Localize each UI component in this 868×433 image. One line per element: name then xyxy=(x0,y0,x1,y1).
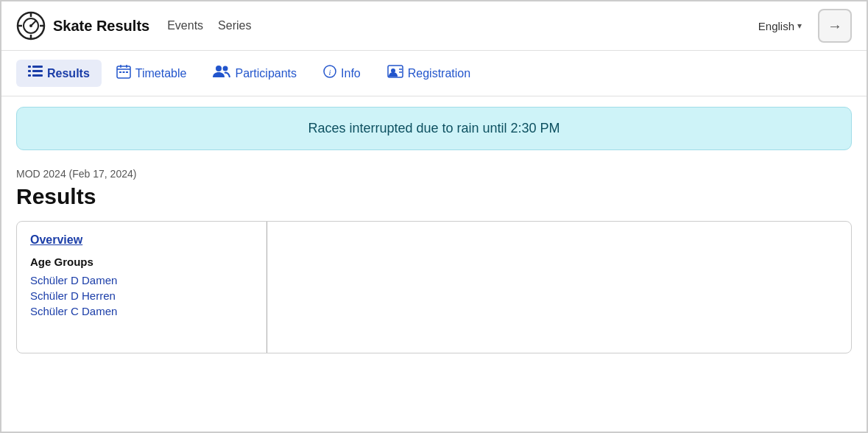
timetable-tab-icon xyxy=(116,64,131,82)
nav-series[interactable]: Series xyxy=(218,19,251,32)
tab-results[interactable]: Results xyxy=(16,60,102,87)
svg-rect-13 xyxy=(32,74,43,77)
tab-info-label: Info xyxy=(341,67,361,80)
tab-nav: Results Timetable Participants xyxy=(1,51,867,96)
event-meta: MOD 2024 (Feb 17, 2024) xyxy=(16,168,852,180)
svg-rect-12 xyxy=(28,74,31,77)
info-tab-icon: i xyxy=(323,65,336,82)
logo-link[interactable]: Skate Results xyxy=(16,11,149,41)
svg-rect-8 xyxy=(28,66,31,68)
results-main xyxy=(267,222,851,353)
sidebar-link-schuler-d-herren[interactable]: Schüler D Herren xyxy=(30,289,253,302)
svg-point-21 xyxy=(216,66,222,71)
login-icon: → xyxy=(828,18,842,35)
logo-icon xyxy=(16,11,46,41)
registration-tab-icon xyxy=(387,65,403,82)
language-selector[interactable]: English ▾ xyxy=(751,15,809,37)
results-panel: Overview Age Groups Schüler D Damen Schü… xyxy=(16,221,852,353)
page-title: Results xyxy=(16,184,852,209)
header-left: Skate Results Events Series xyxy=(16,11,251,41)
svg-rect-19 xyxy=(122,71,124,73)
tab-registration-label: Registration xyxy=(408,67,470,80)
results-sidebar: Overview Age Groups Schüler D Damen Schü… xyxy=(17,222,267,353)
language-chevron-icon: ▾ xyxy=(797,21,802,31)
svg-rect-20 xyxy=(126,71,128,73)
tab-participants-label: Participants xyxy=(235,67,297,80)
tab-timetable[interactable]: Timetable xyxy=(105,58,199,88)
sidebar-link-schuler-d-damen[interactable]: Schüler D Damen xyxy=(30,274,253,286)
tab-registration[interactable]: Registration xyxy=(375,59,482,88)
participants-tab-icon xyxy=(213,65,230,82)
header-right: English ▾ → xyxy=(751,9,852,43)
tab-info[interactable]: i Info xyxy=(311,59,373,88)
nav-events[interactable]: Events xyxy=(167,19,203,32)
sidebar-link-schuler-c-damen[interactable]: Schüler C Damen xyxy=(30,305,253,317)
age-groups-title: Age Groups xyxy=(30,256,253,268)
svg-rect-10 xyxy=(28,70,31,72)
main-content: MOD 2024 (Feb 17, 2024) Results Overview… xyxy=(1,161,867,361)
results-tab-icon xyxy=(28,66,43,81)
sidebar-overview-link[interactable]: Overview xyxy=(30,233,253,247)
svg-point-7 xyxy=(29,24,32,27)
svg-rect-9 xyxy=(32,66,43,68)
alert-banner: Races interrupted due to rain until 2:30… xyxy=(16,107,852,150)
header: Skate Results Events Series English ▾ → xyxy=(1,1,867,51)
tab-results-label: Results xyxy=(47,67,90,80)
tab-timetable-label: Timetable xyxy=(135,67,187,80)
login-button[interactable]: → xyxy=(818,9,852,43)
svg-point-22 xyxy=(223,66,228,71)
svg-text:i: i xyxy=(329,68,331,77)
main-nav: Events Series xyxy=(167,19,251,32)
svg-rect-11 xyxy=(32,70,43,72)
alert-message: Races interrupted due to rain until 2:30… xyxy=(308,121,560,135)
language-label: English xyxy=(758,20,794,32)
svg-rect-18 xyxy=(119,71,121,73)
logo-text: Skate Results xyxy=(53,18,149,35)
tab-participants[interactable]: Participants xyxy=(201,59,308,88)
